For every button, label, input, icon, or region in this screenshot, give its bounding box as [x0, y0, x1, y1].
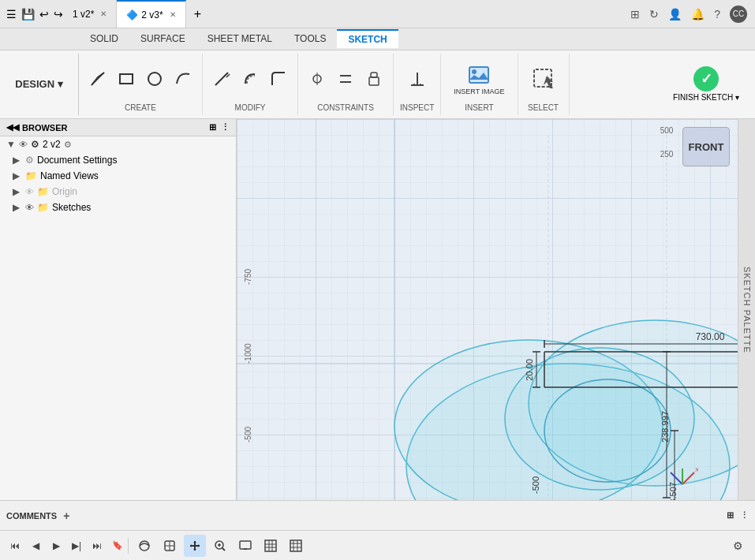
svg-point-33 [544, 379, 671, 482]
comments-expand-icon[interactable]: ⊞ [727, 510, 734, 521]
tab-surface[interactable]: SURFACE [129, 30, 196, 47]
named-views-label: Named Views [40, 170, 99, 181]
browser-item-origin[interactable]: ▶ 👁 📁 Origin [0, 184, 236, 200]
grid-display-tool[interactable] [260, 535, 282, 557]
create-label: CREATE [125, 102, 156, 112]
constraint-coincident[interactable] [305, 68, 330, 90]
timeline-last-btn[interactable]: ⏭ [88, 537, 106, 554]
orbit-tool[interactable] [133, 535, 155, 557]
canvas-area[interactable]: 500 250 -750 -1000 -500 [237, 119, 738, 500]
browser-item-sketches[interactable]: ▶ 👁 📁 Sketches [0, 200, 236, 215]
pan-tool[interactable] [184, 535, 206, 557]
svg-text:-500: -500 [244, 427, 252, 442]
help-icon[interactable]: ? [714, 8, 720, 21]
notification-icon[interactable]: 🔔 [691, 8, 705, 21]
browser-collapse-icon[interactable]: ◀◀ [6, 122, 19, 133]
zoom-tool[interactable] [209, 535, 231, 557]
svg-text:-500: -500 [531, 476, 540, 494]
timeline-prev-btn[interactable]: ◀ [27, 537, 44, 554]
constraint-parallel[interactable] [333, 68, 358, 90]
select-label: SELECT [528, 102, 559, 112]
view-cube[interactable]: FRONT [682, 127, 730, 166]
root-settings-icon[interactable]: ⚙ [64, 140, 72, 150]
svg-rect-9 [371, 73, 377, 77]
redo-icon[interactable]: ↪ [54, 8, 63, 21]
doc-settings-icon: ⚙ [25, 155, 34, 166]
root-expand-icon[interactable]: ▼ [6, 139, 19, 150]
browser-item-named-views[interactable]: ▶ 📁 Named Views [0, 168, 236, 184]
root-eye-icon[interactable]: 👁 [19, 140, 28, 149]
tab-1[interactable]: 1 v2* ✕ [63, 0, 117, 28]
svg-line-60 [682, 472, 694, 484]
doc-settings-expand-icon[interactable]: ▶ [13, 155, 25, 166]
insert-image-tool[interactable]: INSERT IMAGE [447, 59, 510, 99]
browser-expand-icon[interactable]: ⊞ [209, 122, 216, 133]
origin-folder-icon: 📁 [37, 186, 49, 197]
svg-text:-1000: -1000 [244, 343, 252, 364]
inspect-label: INSPECT [400, 102, 434, 112]
svg-rect-79 [290, 540, 301, 551]
sketches-eye-icon[interactable]: 👁 [25, 203, 34, 212]
svg-text:X: X [695, 466, 698, 473]
finish-sketch-button[interactable]: ✓ FINISH SKETCH ▾ [665, 63, 747, 105]
origin-eye-icon[interactable]: 👁 [25, 187, 34, 196]
tab-2[interactable]: 🔷 2 v3* ✕ [117, 0, 185, 28]
ribbon-group-create: CREATE [79, 54, 203, 115]
circle-tool[interactable] [142, 68, 167, 90]
save-icon[interactable]: 💾 [21, 8, 35, 21]
new-tab-icon[interactable]: + [186, 7, 209, 21]
offset-tool[interactable] [237, 68, 263, 90]
svg-text:730.00: 730.00 [696, 331, 725, 342]
account-icon[interactable]: CC [730, 6, 747, 23]
svg-line-3 [215, 73, 228, 85]
trim-tool[interactable] [209, 68, 234, 90]
constraints-label: CONSTRAINTS [317, 102, 374, 112]
more-display-tool[interactable] [285, 535, 307, 557]
sketches-expand-icon[interactable]: ▶ [13, 202, 25, 213]
measure-tool[interactable] [405, 68, 430, 90]
app-menu-icon[interactable]: ☰ [6, 8, 17, 21]
ribbon: SOLID SURFACE SHEET METAL TOOLS SKETCH D… [0, 28, 755, 119]
ribbon-group-insert: INSERT IMAGE INSERT [441, 54, 518, 115]
toolbar-separator-1 [128, 538, 129, 554]
fillet-tool[interactable] [266, 68, 291, 90]
named-views-expand-icon[interactable]: ▶ [13, 170, 25, 181]
constraint-fix[interactable] [361, 68, 387, 90]
comments-collapse-icon[interactable]: ⋮ [740, 510, 749, 521]
browser-item-doc-settings[interactable]: ▶ ⚙ Document Settings [0, 152, 236, 168]
tab-tools[interactable]: TOOLS [283, 30, 337, 47]
browser-panel: ◀◀ BROWSER ⊞ ⋮ ▼ 👁 ⚙ 2 v2 ⚙ ▶ ⚙ Document… [0, 119, 237, 500]
settings-button[interactable]: ⚙ [727, 535, 749, 557]
user-icon[interactable]: 👤 [668, 8, 682, 21]
rectangle-tool[interactable] [114, 68, 139, 90]
sketch-palette[interactable]: SKETCH PALETTE [738, 119, 755, 500]
browser-options-icon[interactable]: ⋮ [221, 122, 230, 133]
tab-solid[interactable]: SOLID [79, 30, 129, 47]
svg-text:238.997: 238.997 [660, 411, 670, 442]
undo-icon[interactable]: ↩ [39, 8, 49, 21]
ribbon-group-constraints: CONSTRAINTS [298, 54, 394, 115]
pan-snap-tool[interactable] [159, 535, 181, 557]
timeline-first-btn[interactable]: ⏮ [6, 537, 24, 554]
timeline-marker-icon[interactable]: 🔖 [112, 540, 123, 551]
tab2-close[interactable]: ✕ [170, 10, 176, 19]
root-folder-icon: ⚙ [31, 139, 39, 150]
line-tool[interactable] [85, 68, 110, 90]
grid-icon[interactable]: ⊞ [630, 8, 640, 21]
svg-point-2 [148, 73, 161, 85]
browser-root-item[interactable]: ▼ 👁 ⚙ 2 v2 ⚙ [0, 136, 236, 152]
design-button[interactable]: DESIGN ▾ [0, 54, 79, 115]
tab1-close[interactable]: ✕ [100, 9, 107, 18]
spline-tool[interactable] [170, 68, 196, 90]
svg-rect-1 [120, 74, 133, 84]
display-tool[interactable] [234, 535, 256, 557]
timeline-next-btn[interactable]: ▶| [68, 537, 85, 554]
select-tool[interactable] [525, 63, 563, 95]
add-comment-icon[interactable]: + [63, 510, 69, 522]
origin-expand-icon[interactable]: ▶ [13, 186, 25, 197]
refresh-icon[interactable]: ↻ [649, 8, 659, 21]
tab-sketch[interactable]: SKETCH [337, 29, 398, 48]
tab-sheet-metal[interactable]: SHEET METAL [196, 30, 283, 47]
settings-gear-icon: ⚙ [733, 539, 743, 552]
timeline-play-btn[interactable]: ▶ [47, 537, 65, 554]
